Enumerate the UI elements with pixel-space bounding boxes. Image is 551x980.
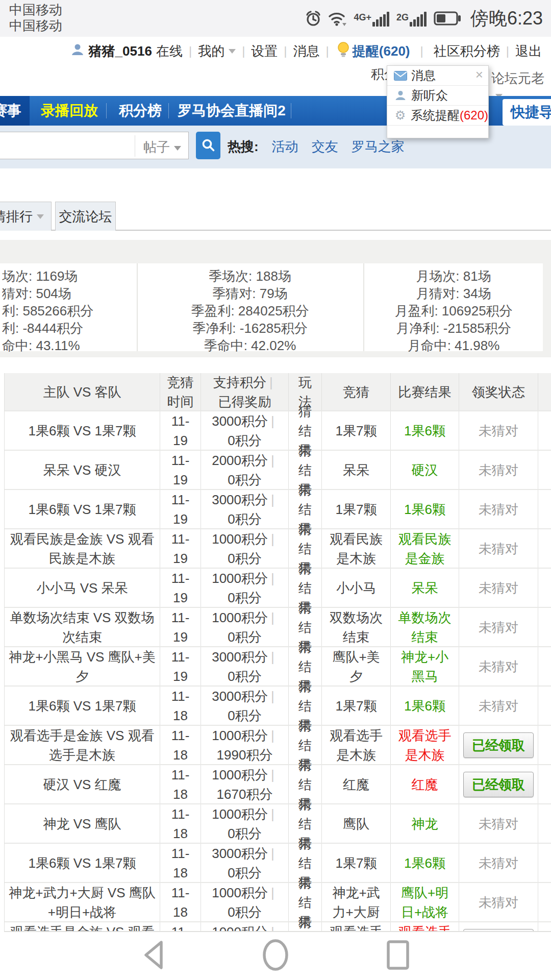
divider <box>137 263 138 351</box>
hot-link-activity[interactable]: 活动 <box>272 138 298 156</box>
chevron-down-icon <box>37 214 44 219</box>
status-text: 未猜对 <box>479 893 518 912</box>
table-row: 1果6颗 VS 1果7颗 11-18 3000积分|0积分 猜结果 1果7颗 1… <box>5 687 551 726</box>
popup-item-count: (620) <box>460 108 488 122</box>
community-leaderboard-link[interactable]: 社区积分榜 <box>434 42 500 60</box>
cell-date: 11-19 <box>160 608 201 646</box>
cell-date: 11-19 <box>160 411 201 450</box>
divider: | <box>271 411 274 431</box>
cell-extra <box>538 451 551 489</box>
result-text: 单数场次结束 <box>395 608 455 647</box>
cell-claim-status: 未猜对 <box>459 687 538 725</box>
cell-result: 呆呆 <box>391 569 459 607</box>
back-button[interactable] <box>139 937 167 973</box>
cell-support: 1000积分 <box>212 765 268 785</box>
claimed-button[interactable]: 已经领取 <box>463 732 534 758</box>
search-button[interactable] <box>196 132 220 159</box>
chevron-down-icon <box>229 49 236 54</box>
hot-link-friends[interactable]: 交友 <box>312 138 338 156</box>
result-text: 神龙+小黑马 <box>395 647 455 686</box>
home-button[interactable] <box>261 937 290 973</box>
cell-play: 猜结果 <box>289 922 322 932</box>
my-menu[interactable]: 我的 <box>198 42 224 60</box>
gear-icon: ⚙ <box>394 108 407 122</box>
close-icon[interactable]: × <box>475 68 483 81</box>
cell-guess: 呆呆 <box>322 451 391 489</box>
divider: | <box>284 44 287 58</box>
cell-support: 3000积分 <box>212 490 268 509</box>
chevron-down-icon <box>174 146 181 151</box>
cell-result: 神龙+小黑马 <box>391 647 459 685</box>
table-header-row: 主队 VS 客队 竞猜时间 支持积分|已得奖励 玩法 竞猜 比赛结果 领奖状态 <box>5 373 551 411</box>
divider: | <box>271 647 274 667</box>
cell-claim-status: 未猜对 <box>459 804 538 843</box>
reminder-popup: × 消息 新听众 ⚙ 系统提醒(620) <box>387 65 489 138</box>
cell-extra <box>538 529 551 568</box>
table-row: 神龙 VS 鹰队 11-18 1000积分|0积分 猜结果 鹰队 神龙 未猜对 <box>5 804 551 844</box>
cell-claim-status: 未猜对 <box>459 647 538 685</box>
cell-claim-status: 未猜对 <box>459 490 538 528</box>
divider: | <box>189 44 192 58</box>
signal-2g: 2G <box>396 10 428 27</box>
cell-result: 观看选手是木族 <box>391 726 459 764</box>
network-badge-4g: 4G+ <box>354 13 371 22</box>
stat-line: 季场次: 188场 <box>153 268 347 284</box>
search-box: 帖子 <box>0 132 189 159</box>
tab-ranking[interactable]: 情排行 <box>0 202 52 231</box>
cell-match: 神龙 VS 鹰队 <box>5 804 160 843</box>
reminder-link[interactable]: 提醒(620) <box>353 42 410 60</box>
nav-tab-replay[interactable]: 录播回放 <box>34 96 105 126</box>
clock-time: 傍晚6:23 <box>470 6 543 31</box>
popup-item-new-listeners[interactable]: 新听众 <box>387 86 488 106</box>
cell-match: 观看民族是金族 VS 观看民族是木族 <box>5 529 160 568</box>
popup-item-system-reminder[interactable]: ⚙ 系统提醒(620) <box>387 106 488 126</box>
user-bar: 猪猪_0516 在线 | 我的 | 设置 | 消息 | 提醒(620) | 社区… <box>70 40 542 62</box>
cell-extra <box>538 608 551 646</box>
cell-support: 3000积分 <box>212 411 268 431</box>
hot-link-roma-home[interactable]: 罗马之家 <box>352 138 405 156</box>
nav-tab-matches[interactable]: 赛事 <box>0 96 30 126</box>
cell-match: 1果6颗 VS 1果7颗 <box>5 687 160 725</box>
cell-extra <box>538 647 551 685</box>
recents-button[interactable] <box>385 937 411 973</box>
divider: | <box>271 490 274 509</box>
table-row: 小小马 VS 呆呆 11-19 1000积分|0积分 猜结果 小小马 呆呆 未猜… <box>5 569 551 608</box>
search-input[interactable] <box>4 133 131 158</box>
tab-forum[interactable]: 交流论坛 <box>55 202 116 231</box>
cell-extra <box>538 765 551 803</box>
settings-link[interactable]: 设置 <box>251 42 278 60</box>
claimed-button[interactable]: 已经领取 <box>463 772 534 797</box>
cell-date: 11-19 <box>160 451 201 489</box>
popup-item-messages[interactable]: 消息 <box>387 66 488 86</box>
stat-line: 季净利: -16285积分 <box>153 321 347 336</box>
claimed-button[interactable]: 已经领取 <box>463 929 534 933</box>
header-support-reward: 支持积分|已得奖励 <box>201 373 289 410</box>
stat-line: 季命中: 42.02% <box>153 338 347 354</box>
table-row: 1果6颗 VS 1果7颗 11-18 3000积分|0积分 猜结果 1果7颗 1… <box>5 844 551 883</box>
nav-tab-live-room[interactable]: 罗马协会直播间2 <box>173 96 290 126</box>
username[interactable]: 猪猪_0516 <box>89 42 152 60</box>
messages-link[interactable]: 消息 <box>293 42 320 60</box>
cell-result: 硬汉 <box>391 451 459 489</box>
cell-support-reward: 3000积分|0积分 <box>201 490 289 528</box>
divider: | <box>271 844 274 863</box>
hot-search-row: 热搜: 活动 交友 罗马之家 <box>228 138 405 156</box>
cell-guess: 鹰队+美夕 <box>322 647 391 685</box>
quick-nav-button[interactable]: 快捷导 <box>503 99 551 126</box>
result-text: 观看选手是木族 <box>395 922 455 933</box>
search-category-select[interactable]: 帖子 <box>143 138 181 156</box>
carrier-line2: 中国移动 <box>9 18 62 34</box>
cell-guess: 1果7颗 <box>322 490 391 528</box>
cell-date: 11-18 <box>160 844 201 882</box>
cell-result: 1果6颗 <box>391 411 459 450</box>
divider: | <box>271 608 274 627</box>
cell-match: 观看选手是金族 VS 观看选手是木族 <box>5 922 160 932</box>
stat-line: 场次: 1169场 <box>2 268 135 284</box>
header-claim-status: 领奖状态 <box>459 373 538 410</box>
cell-reward: 0积分 <box>228 706 261 725</box>
cell-support-reward: 2000积分|0积分 <box>201 451 289 489</box>
result-text: 观看民族是金族 <box>395 529 455 568</box>
logout-link[interactable]: 退出 <box>515 42 542 60</box>
nav-tab-standings[interactable]: 积分榜 <box>113 96 167 126</box>
cell-claim-status: 已经领取 <box>459 922 538 932</box>
